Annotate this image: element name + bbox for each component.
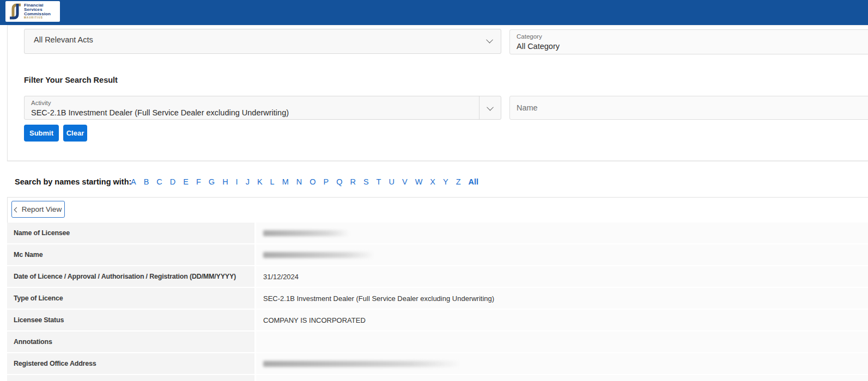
row-value: SEC-2.1B Investment Dealer (Full Service… bbox=[256, 288, 868, 310]
alpha-link-all[interactable]: All bbox=[469, 177, 479, 186]
row-label: Licensee Status bbox=[7, 310, 256, 331]
alpha-link-c[interactable]: C bbox=[156, 177, 162, 186]
table-row: Mc Name bbox=[7, 244, 868, 266]
row-value bbox=[256, 223, 868, 244]
alpha-link-u[interactable]: U bbox=[389, 177, 394, 186]
row-value bbox=[256, 375, 868, 381]
activity-value: SEC-2.1B Investment Dealer (Full Service… bbox=[31, 108, 289, 117]
row-label: Type of Licence bbox=[7, 288, 256, 310]
alpha-link-s[interactable]: S bbox=[363, 177, 369, 186]
alpha-link-n[interactable]: N bbox=[296, 177, 302, 186]
table-row: Type of LicenceSEC-2.1B Investment Deale… bbox=[7, 288, 868, 310]
logo-line-3: Commission bbox=[24, 12, 51, 16]
row-value bbox=[256, 331, 868, 353]
alpha-link-y[interactable]: Y bbox=[443, 177, 448, 186]
category-field[interactable]: Category All Category bbox=[509, 29, 868, 54]
row-label: Date of Licence / Approval / Authorisati… bbox=[7, 266, 256, 288]
row-value bbox=[256, 244, 868, 266]
row-label: Annotations bbox=[7, 331, 256, 353]
row-value: COMPANY IS INCORPORATED bbox=[256, 310, 868, 331]
redacted-value bbox=[263, 361, 460, 367]
alpha-link-r[interactable]: R bbox=[350, 177, 355, 186]
activity-label: Activity bbox=[31, 100, 51, 106]
page: Financial Services Commission MAURITIUS … bbox=[0, 0, 868, 381]
row-label bbox=[7, 375, 256, 381]
row-label: Name of Licensee bbox=[7, 223, 256, 244]
row-label: Registered Office Address bbox=[7, 353, 256, 375]
submit-button[interactable]: Submit bbox=[24, 125, 59, 142]
redacted-value bbox=[263, 230, 349, 236]
report-view-label: Report View bbox=[22, 205, 62, 213]
relevant-acts-value: All Relevant Acts bbox=[34, 35, 93, 44]
alpha-link-m[interactable]: M bbox=[282, 177, 289, 186]
alpha-link-p[interactable]: P bbox=[324, 177, 329, 186]
relevant-acts-dropdown[interactable]: All Relevant Acts bbox=[24, 29, 501, 54]
row-label: Mc Name bbox=[7, 244, 256, 266]
name-input[interactable] bbox=[510, 96, 868, 119]
category-value: All Category bbox=[517, 42, 560, 51]
table-row: Date of Licence / Approval / Authorisati… bbox=[7, 266, 868, 288]
top-navbar: Financial Services Commission MAURITIUS bbox=[0, 0, 868, 25]
alpha-link-o[interactable]: O bbox=[309, 177, 315, 186]
fsc-logo[interactable]: Financial Services Commission MAURITIUS bbox=[5, 1, 60, 22]
alpha-link-h[interactable]: H bbox=[222, 177, 228, 186]
row-value: 31/12/2024 bbox=[256, 266, 868, 288]
name-field bbox=[509, 96, 868, 120]
alpha-link-w[interactable]: W bbox=[415, 177, 423, 186]
alpha-letter-links: ABCDEFGHIJKLMNOPQRSTUVWXYZAll bbox=[131, 177, 478, 186]
alpha-link-i[interactable]: I bbox=[236, 177, 238, 186]
alpha-link-q[interactable]: Q bbox=[336, 177, 342, 186]
alpha-link-d[interactable]: D bbox=[170, 177, 175, 186]
chevron-down-icon bbox=[486, 36, 493, 44]
alpha-search-label: Search by names starting with: bbox=[15, 177, 131, 186]
table-row: Name of Licensee bbox=[7, 223, 868, 244]
alpha-link-v[interactable]: V bbox=[402, 177, 408, 186]
chevron-left-icon bbox=[14, 207, 19, 212]
alpha-link-l[interactable]: L bbox=[270, 177, 275, 186]
redacted-value bbox=[263, 252, 374, 258]
clear-button[interactable]: Clear bbox=[63, 125, 87, 142]
logo-line-mauritius: MAURITIUS bbox=[24, 17, 51, 20]
filter-heading: Filter Your Search Result bbox=[24, 76, 118, 84]
fsc-logo-text: Financial Services Commission MAURITIUS bbox=[24, 3, 51, 20]
alpha-link-j[interactable]: J bbox=[246, 177, 250, 186]
licensee-detail-table: Name of LicenseeMc NameDate of Licence /… bbox=[7, 223, 868, 381]
activity-dropdown-toggle[interactable] bbox=[479, 96, 501, 119]
alpha-link-b[interactable]: B bbox=[144, 177, 149, 186]
alpha-link-z[interactable]: Z bbox=[456, 177, 461, 186]
activity-dropdown[interactable]: Activity SEC-2.1B Investment Dealer (Ful… bbox=[24, 96, 501, 120]
table-row: Licensee StatusCOMPANY IS INCORPORATED bbox=[7, 310, 868, 331]
alpha-link-t[interactable]: T bbox=[377, 177, 381, 186]
chevron-down-icon bbox=[487, 103, 494, 110]
report-view-button[interactable]: Report View bbox=[11, 201, 65, 218]
alpha-link-g[interactable]: G bbox=[209, 177, 215, 186]
row-value bbox=[256, 353, 868, 375]
table-row bbox=[7, 375, 868, 381]
table-row: Registered Office Address bbox=[7, 353, 868, 375]
category-label: Category bbox=[517, 33, 542, 40]
alpha-link-k[interactable]: K bbox=[257, 177, 263, 186]
table-row: Annotations bbox=[7, 331, 868, 353]
fsc-logo-icon bbox=[9, 3, 22, 20]
alpha-link-a[interactable]: A bbox=[131, 177, 136, 186]
alpha-link-x[interactable]: X bbox=[430, 177, 435, 186]
alpha-link-f[interactable]: F bbox=[196, 177, 201, 186]
alpha-link-e[interactable]: E bbox=[183, 177, 189, 186]
